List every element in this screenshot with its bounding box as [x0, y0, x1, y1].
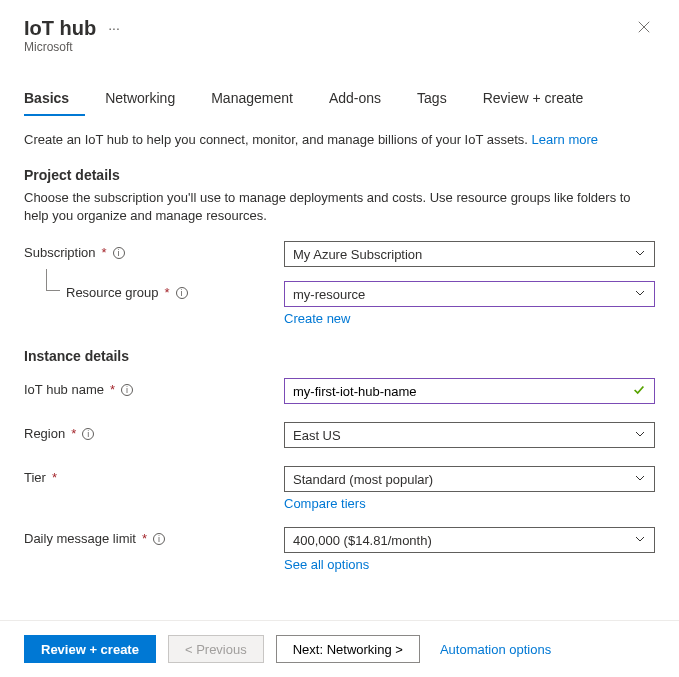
next-button[interactable]: Next: Networking > [276, 635, 420, 663]
page-title: IoT hub [24, 17, 96, 40]
info-icon[interactable]: i [82, 428, 94, 440]
info-icon[interactable]: i [153, 533, 165, 545]
iot-hub-name-input[interactable] [293, 384, 632, 399]
iot-hub-name-input-wrap [284, 378, 655, 404]
close-icon[interactable] [633, 16, 655, 41]
automation-options-link[interactable]: Automation options [440, 642, 551, 657]
instance-details-heading: Instance details [24, 348, 655, 364]
resource-group-select[interactable]: my-resource [284, 281, 655, 307]
create-new-link[interactable]: Create new [284, 311, 350, 326]
info-icon[interactable]: i [176, 287, 188, 299]
compare-tiers-link[interactable]: Compare tiers [284, 496, 366, 511]
tab-review[interactable]: Review + create [483, 82, 600, 116]
project-details-heading: Project details [24, 167, 655, 183]
region-select[interactable]: East US [284, 422, 655, 448]
previous-button: < Previous [168, 635, 264, 663]
info-icon[interactable]: i [121, 384, 133, 396]
publisher-name: Microsoft [24, 40, 124, 54]
review-create-button[interactable]: Review + create [24, 635, 156, 663]
daily-limit-select[interactable]: 400,000 ($14.81/month) [284, 527, 655, 553]
chevron-down-icon [634, 472, 646, 487]
region-label: Region* i [24, 422, 284, 441]
footer-bar: Review + create < Previous Next: Network… [0, 620, 679, 677]
learn-more-link[interactable]: Learn more [532, 132, 598, 147]
tab-basics[interactable]: Basics [24, 82, 85, 116]
tab-management[interactable]: Management [211, 82, 309, 116]
more-menu[interactable]: ··· [104, 16, 124, 40]
see-all-options-link[interactable]: See all options [284, 557, 369, 572]
tab-networking[interactable]: Networking [105, 82, 191, 116]
iot-hub-name-label: IoT hub name* i [24, 378, 284, 397]
tab-tags[interactable]: Tags [417, 82, 463, 116]
info-icon[interactable]: i [113, 247, 125, 259]
tier-select[interactable]: Standard (most popular) [284, 466, 655, 492]
daily-limit-label: Daily message limit* i [24, 527, 284, 546]
project-details-desc: Choose the subscription you'll use to ma… [24, 189, 655, 225]
subscription-label: Subscription* i [24, 241, 284, 260]
check-icon [632, 383, 646, 400]
chevron-down-icon [634, 533, 646, 548]
chevron-down-icon [634, 287, 646, 302]
chevron-down-icon [634, 247, 646, 262]
tabs: Basics Networking Management Add-ons Tag… [0, 82, 679, 116]
intro-text: Create an IoT hub to help you connect, m… [24, 132, 655, 147]
tier-label: Tier* [24, 466, 284, 485]
tab-addons[interactable]: Add-ons [329, 82, 397, 116]
subscription-select[interactable]: My Azure Subscription [284, 241, 655, 267]
resource-group-label: Resource group* i [24, 281, 284, 300]
chevron-down-icon [634, 428, 646, 443]
